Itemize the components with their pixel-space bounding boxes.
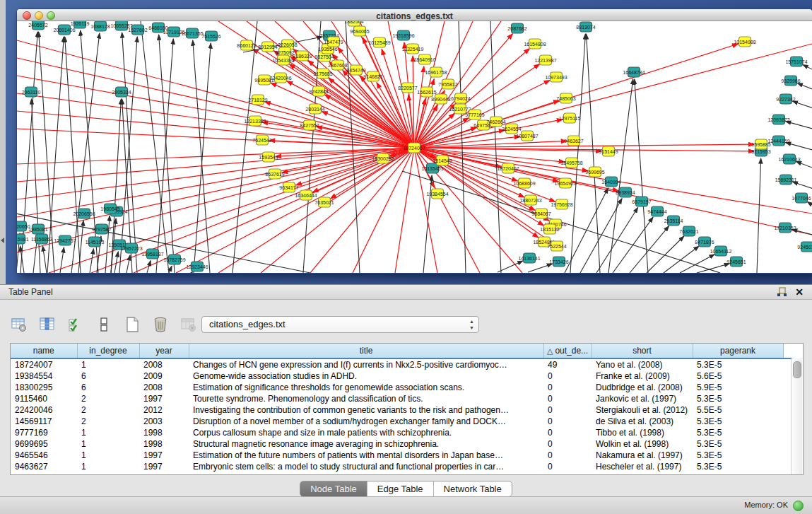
table-cell[interactable]: Estimation of significance thresholds fo… bbox=[189, 382, 543, 393]
zoom-window-button[interactable] bbox=[47, 11, 55, 20]
table-cell[interactable]: de Silva et al. (2003) bbox=[592, 416, 693, 427]
table-cell[interactable]: Wolkin et al. (1998) bbox=[592, 438, 693, 450]
scrollbar-thumb[interactable] bbox=[793, 361, 801, 378]
minimize-window-button[interactable] bbox=[35, 11, 43, 20]
table-cell[interactable]: 5.9E-5 bbox=[693, 382, 783, 393]
table-cell[interactable]: 9115460 bbox=[11, 393, 77, 404]
table-cell[interactable]: Hescheler et al. (1997) bbox=[592, 461, 693, 472]
graph-node[interactable]: 10154988 bbox=[734, 37, 755, 47]
table-cell[interactable]: 2012 bbox=[139, 404, 189, 416]
graph-node[interactable]: 6879197 bbox=[632, 197, 651, 206]
table-cell[interactable]: Stergiakouli et al. (2012) bbox=[592, 404, 693, 416]
table-cell[interactable]: 0 bbox=[543, 416, 592, 427]
table-row[interactable]: 1830029562008Estimation of significance … bbox=[11, 382, 792, 393]
graph-node[interactable]: 12444159 bbox=[767, 136, 789, 146]
graph-node[interactable]: 9634177 bbox=[279, 182, 298, 192]
table-cell[interactable]: 5.3E-5 bbox=[693, 393, 783, 404]
graph-node[interactable]: 2087682 bbox=[507, 23, 526, 33]
table-cell[interactable]: Tourette syndrome. Phenomenology and cla… bbox=[189, 393, 543, 404]
table-cell[interactable]: 1 bbox=[77, 427, 139, 438]
table-row[interactable]: 1938455462009Genome-wide association stu… bbox=[11, 370, 792, 382]
graph-node[interactable]: 12093872 bbox=[767, 115, 789, 124]
graph-node[interactable]: 8990448 bbox=[431, 94, 450, 104]
table-cell[interactable]: 2008 bbox=[139, 358, 189, 370]
table-cell[interactable]: 0 bbox=[543, 461, 592, 472]
table-cell[interactable]: Embryonic stem cells: a model to study s… bbox=[189, 461, 543, 472]
table-select-dropdown[interactable]: citations_edges.txt ▲▼ bbox=[201, 316, 479, 333]
table-cell[interactable]: 2 bbox=[77, 404, 139, 416]
table-cell[interactable]: 9699695 bbox=[11, 438, 77, 450]
graph-node[interactable]: 2063110 bbox=[22, 87, 41, 97]
graph-node[interactable]: 7632621 bbox=[679, 226, 698, 236]
graph-node[interactable]: 20691406 bbox=[53, 25, 75, 35]
graph-node[interactable]: 12213987 bbox=[534, 55, 556, 65]
close-panel-icon[interactable]: ✕ bbox=[795, 286, 804, 298]
column-layout-icon[interactable] bbox=[95, 315, 113, 334]
table-row[interactable]: 1456911722003Disruption of a novel membe… bbox=[11, 416, 792, 427]
graph-node[interactable]: 2803144 bbox=[305, 104, 324, 114]
graph-node[interactable]: 8660123 bbox=[237, 40, 256, 50]
table-cell[interactable]: 5.3E-5 bbox=[693, 427, 783, 438]
table-cell[interactable]: 5.5E-5 bbox=[693, 404, 783, 416]
table-cell[interactable]: 18300295 bbox=[11, 382, 77, 393]
graph-node[interactable]: 9151449 bbox=[599, 146, 618, 156]
table-cell[interactable]: 1998 bbox=[139, 438, 189, 450]
table-row[interactable]: 969969511998Structural magnetic resonanc… bbox=[11, 438, 792, 450]
table-cell[interactable]: 0 bbox=[543, 438, 592, 450]
float-panel-icon[interactable] bbox=[777, 287, 787, 300]
table-cell[interactable]: Yano et al. (2008) bbox=[592, 358, 693, 370]
table-cell[interactable]: 19384554 bbox=[11, 370, 77, 382]
graph-node[interactable]: 9694065 bbox=[350, 26, 369, 36]
table-cell[interactable]: 5.3E-5 bbox=[693, 450, 783, 461]
table-cell[interactable]: Investigating the contribution of common… bbox=[189, 404, 543, 416]
table-cell[interactable]: 6 bbox=[77, 382, 139, 393]
graph-node[interactable]: 9329966 bbox=[781, 76, 800, 86]
graph-node[interactable]: 7515526 bbox=[201, 31, 220, 41]
graph-node[interactable]: 1733426 bbox=[549, 257, 568, 267]
graph-node[interactable]: 3915981 bbox=[17, 234, 29, 244]
graph-node[interactable]: 18495758 bbox=[560, 158, 582, 168]
table-cell[interactable]: 9777169 bbox=[11, 427, 77, 438]
graph-node[interactable]: 7955812 bbox=[438, 79, 457, 89]
table-cell[interactable]: 0 bbox=[543, 370, 592, 382]
graph-node[interactable]: 16648784 bbox=[623, 67, 645, 77]
graph-node[interactable]: 2405572 bbox=[28, 21, 47, 30]
table-row[interactable]: 911546021997Tourette syndrome. Phenomeno… bbox=[11, 393, 792, 404]
graph-node[interactable]: 12923446 bbox=[186, 262, 208, 271]
table-cell[interactable]: 2003 bbox=[139, 416, 189, 427]
table-cell[interactable]: 1998 bbox=[139, 427, 189, 438]
table-cell[interactable]: 1997 bbox=[139, 393, 189, 404]
table-cell[interactable]: Genome-wide association studies in ADHD. bbox=[189, 370, 543, 382]
table-cell[interactable]: 1 bbox=[77, 461, 139, 472]
graph-node[interactable]: 9699695 bbox=[585, 167, 604, 177]
graph-node[interactable]: 17210353 bbox=[774, 223, 796, 233]
column-header-year[interactable]: year bbox=[139, 344, 189, 358]
graph-node[interactable]: 2905334 bbox=[112, 87, 131, 97]
panel-collapse-icon[interactable] bbox=[1, 238, 4, 243]
graph-node[interactable]: 1640994 bbox=[601, 177, 620, 187]
table-row[interactable]: 2242004622012Investigating the contribut… bbox=[11, 404, 792, 416]
table-cell[interactable]: 1 bbox=[77, 438, 139, 450]
graph-node[interactable]: 1145193 bbox=[86, 237, 105, 247]
graph-node[interactable]: 10688609 bbox=[513, 178, 535, 188]
table-cell[interactable]: Jankovic et al. (1997) bbox=[592, 393, 693, 404]
table-cell[interactable]: 2008 bbox=[139, 382, 189, 393]
table-cell[interactable]: Structural magnetic resonance image aver… bbox=[189, 438, 543, 450]
graph-node[interactable]: 12975115 bbox=[559, 113, 581, 123]
table-cell[interactable]: 5.3E-5 bbox=[693, 416, 783, 427]
graph-node[interactable]: 9463627 bbox=[564, 136, 583, 146]
table-cell[interactable]: 5.3E-5 bbox=[693, 461, 783, 472]
delete-column-icon[interactable] bbox=[180, 315, 198, 334]
table-cell[interactable]: 22420046 bbox=[11, 404, 77, 416]
table-cell[interactable]: 2 bbox=[77, 416, 139, 427]
table-cell[interactable]: 9465546 bbox=[11, 450, 77, 461]
graph-node[interactable]: 1077046 bbox=[792, 193, 811, 203]
table-cell[interactable]: 1997 bbox=[139, 450, 189, 461]
table-cell[interactable]: 0 bbox=[543, 427, 592, 438]
table-cell[interactable]: Nakamura et al. (1997) bbox=[592, 450, 693, 461]
graph-node[interactable]: 2718129 bbox=[248, 95, 267, 105]
new-table-icon[interactable] bbox=[123, 315, 141, 334]
table-cell[interactable]: 5.6E-5 bbox=[693, 370, 783, 382]
table-cell[interactable]: 2 bbox=[77, 393, 139, 404]
graph-node[interactable]: 9245651 bbox=[726, 257, 746, 267]
